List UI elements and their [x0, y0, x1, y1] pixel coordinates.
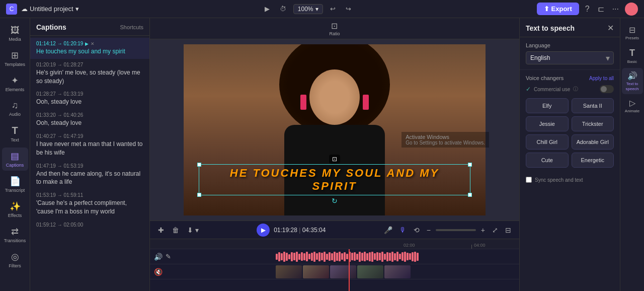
help-button[interactable]: ?	[583, 3, 592, 16]
text-icon: T	[12, 125, 18, 136]
settings-button[interactable]: ⊟	[503, 224, 513, 236]
play-pause-button[interactable]: ▶	[257, 224, 270, 237]
sync-button[interactable]: ⟲	[412, 224, 422, 236]
caption-time-text: 01:20:19 → 01:28:27	[36, 62, 83, 67]
share-button[interactable]: ⊏	[596, 2, 606, 16]
audio-bar	[366, 253, 368, 260]
topbar-center: ▶ ⏱ 100% ▾ ↩ ↪	[83, 4, 533, 14]
caption-text: He touches my soul and my spirit	[36, 47, 143, 56]
sync-row: Sync speech and text	[520, 173, 620, 187]
sidebar-item-elements[interactable]: ✦ Elements	[2, 72, 28, 95]
ruler-mark: 02:00	[401, 240, 472, 249]
voice-jessie-button[interactable]: Jessie	[526, 116, 569, 131]
resize-handle-bl[interactable]	[197, 193, 201, 197]
shortcuts-button[interactable]: Shortcuts	[120, 24, 143, 30]
audio-bar	[386, 252, 388, 261]
tts-language-section: Language English	[520, 37, 620, 70]
resize-handle-tr[interactable]	[468, 163, 472, 167]
caption-item[interactable]: 01:59:12 → 02:05:00	[30, 219, 149, 232]
user-avatar[interactable]	[625, 3, 638, 16]
caption-rotate-handle[interactable]: ↻	[332, 197, 338, 205]
voice-chill-girl-button[interactable]: Chill Girl	[526, 134, 569, 150]
sync-checkbox[interactable]	[526, 177, 532, 183]
zoom-control[interactable]: 100% ▾	[293, 4, 323, 14]
commercial-label: Commercial use	[534, 87, 570, 92]
voice-trickster-button[interactable]: Trickster	[572, 116, 614, 131]
caption-item[interactable]: 01:28:27 → 01:33:19 Ooh, steady love	[30, 88, 149, 109]
undo-button[interactable]: ↩	[327, 4, 339, 14]
voice-adorable-girl-button[interactable]: Adorable Girl	[572, 134, 614, 150]
right-bar-animate[interactable]: ▷ Animate	[622, 95, 643, 117]
right-bar-presets[interactable]: ⊟ Presets	[622, 22, 643, 44]
right-bar-basic[interactable]: T Basic	[622, 45, 643, 67]
zoom-out-button[interactable]: −	[425, 224, 433, 236]
download-split-button[interactable]: ⬇ ▾	[185, 224, 201, 236]
caption-play-button[interactable]: ▶	[85, 41, 89, 46]
project-name-area[interactable]: ☁ Untitled project ▾	[21, 5, 79, 13]
audio-bar	[391, 252, 393, 262]
caption-item[interactable]: 01:40:27 → 01:47:19 I have never met a m…	[30, 130, 149, 160]
caption-time-row: 01:20:19 → 01:28:27	[36, 62, 143, 67]
voice-button[interactable]: 🎙	[397, 224, 409, 236]
commercial-toggle[interactable]	[600, 85, 614, 93]
audio-bar	[346, 254, 348, 259]
export-button[interactable]: ⬆ Export	[537, 3, 579, 15]
video-track	[276, 264, 519, 279]
caption-item[interactable]: 01:33:20 → 01:40:26 Ooh, steady love	[30, 109, 149, 130]
resize-handle-tl[interactable]	[197, 163, 201, 167]
volume-icon[interactable]: 🔊	[154, 253, 163, 261]
voice-energetic-button[interactable]: Energetic	[572, 153, 614, 168]
audio-bar	[329, 252, 331, 261]
voice-cute-button[interactable]: Cute	[526, 153, 569, 168]
more-button[interactable]: ···	[610, 3, 621, 16]
add-track-button[interactable]: ✚	[156, 224, 166, 236]
sidebar-item-transcript[interactable]: 📄 Transcript	[2, 173, 28, 196]
timer-button[interactable]: ⏱	[277, 4, 289, 14]
microphone-button[interactable]: 🎤	[382, 224, 394, 236]
caption-overlay[interactable]: ⊡ HE TOUCHES MY SOUL AND MY SPIRIT ↻	[199, 164, 470, 195]
caption-item[interactable]: 01:47:19 → 01:53:19 And then he came alo…	[30, 160, 149, 190]
canvas-area: ⊡ Ratio	[150, 18, 519, 291]
sidebar-item-transitions[interactable]: ⇄ Transitions	[2, 223, 28, 246]
sidebar-item-audio[interactable]: ♫ Audio	[2, 97, 28, 120]
video-preview: ⊡ HE TOUCHES MY SOUL AND MY SPIRIT ↻	[184, 44, 486, 215]
voice-elfy-button[interactable]: Elfy	[526, 98, 569, 113]
caption-text: And then he came along, it's so natural …	[36, 170, 143, 187]
ratio-tool[interactable]: ⊡ Ratio	[325, 19, 344, 38]
audio-bar	[313, 252, 315, 262]
audio-bar	[376, 252, 378, 261]
caption-item[interactable]: 01:14:12 → 01:20:19 ▶ ✕ He touches my so…	[30, 38, 149, 59]
caption-icon-box[interactable]: ⊡	[329, 155, 340, 164]
right-bar-tts[interactable]: 🔊 Text to speech	[622, 68, 643, 94]
tts-language-select[interactable]: English	[526, 51, 614, 64]
voice-santa-ii-button[interactable]: Santa II	[572, 98, 614, 113]
presets-label: Presets	[625, 36, 639, 41]
sidebar-item-effects[interactable]: ✨ Effects	[2, 198, 28, 221]
audio-bar	[364, 252, 366, 261]
volume-mute-icon[interactable]: 🔇	[154, 268, 163, 276]
sidebar-item-text[interactable]: T Text	[2, 122, 28, 146]
zoom-in-button[interactable]: +	[479, 224, 487, 236]
caption-item[interactable]: 01:53:19 → 01:59:11 'Cause he's a perfec…	[30, 189, 149, 219]
audio-bar	[379, 253, 381, 260]
zoom-slider[interactable]	[436, 229, 476, 231]
sidebar-item-media[interactable]: 🖼 Media	[2, 22, 28, 45]
edit-icon[interactable]: ✎	[166, 253, 171, 260]
delete-button[interactable]: 🗑	[170, 224, 181, 236]
thumb-img	[330, 265, 356, 278]
resize-handle-br[interactable]	[468, 193, 472, 197]
sidebar-item-captions[interactable]: ▤ Captions	[2, 148, 28, 171]
thumb-img	[357, 265, 383, 278]
apply-all-button[interactable]: Apply to all	[589, 76, 614, 81]
caption-delete-button[interactable]: ✕	[91, 41, 95, 46]
redo-button[interactable]: ↪	[343, 4, 354, 14]
track-label-video: 🔇	[150, 264, 276, 279]
tts-close-button[interactable]: ✕	[607, 23, 614, 33]
caption-line2: SPIRIT	[312, 180, 357, 192]
caption-time-row: 01:53:19 → 01:59:11	[36, 192, 143, 198]
play-button[interactable]: ▶	[262, 4, 273, 14]
fullscreen-button[interactable]: ⤢	[490, 224, 500, 236]
sidebar-item-filters[interactable]: ◎ Filters	[2, 248, 28, 271]
sidebar-item-templates[interactable]: ⊞ Templates	[2, 47, 28, 70]
caption-item[interactable]: 01:20:19 → 01:28:27 He's givin' me love,…	[30, 59, 149, 89]
